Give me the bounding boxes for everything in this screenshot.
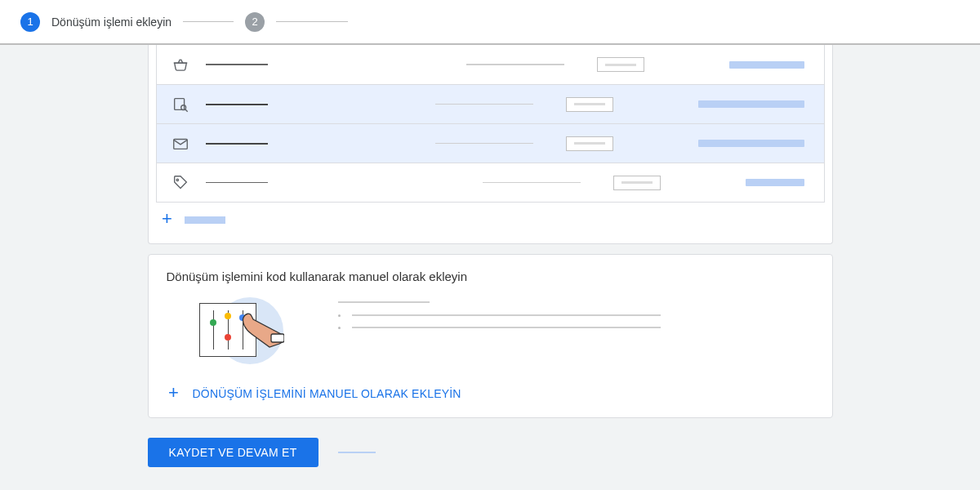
row-mid-placeholder xyxy=(483,182,581,184)
row-mid-placeholder xyxy=(466,64,564,65)
row-label-placeholder xyxy=(206,143,268,145)
manual-card-body xyxy=(167,300,814,362)
add-manual-conversion-label: DÖNÜŞÜM İŞLEMİNİ MANUEL OLARAK EKLEYİN xyxy=(193,387,461,400)
stepper: 1 Dönüşüm işlemi ekleyin 2 xyxy=(0,0,980,45)
svg-rect-4 xyxy=(271,334,284,342)
add-row-button[interactable]: + xyxy=(149,203,832,243)
row-status xyxy=(746,179,804,186)
plus-icon: + xyxy=(167,386,181,401)
svg-point-3 xyxy=(176,179,178,180)
manual-card-description xyxy=(338,300,661,339)
row-status xyxy=(698,100,804,108)
step-1-circle: 1 xyxy=(20,12,40,32)
add-row-label-placeholder xyxy=(185,216,225,224)
row-mid-placeholder xyxy=(435,143,533,145)
table-row[interactable] xyxy=(157,84,824,123)
search-page-icon xyxy=(172,96,198,114)
row-input[interactable] xyxy=(597,57,644,72)
row-status xyxy=(698,140,804,147)
manual-card-title: Dönüşüm işlemini kod kullanarak manuel o… xyxy=(167,270,814,283)
row-mid-placeholder xyxy=(435,104,533,105)
add-manual-conversion-button[interactable]: + DÖNÜŞÜM İŞLEMİNİ MANUEL OLARAK EKLEYİN xyxy=(167,386,814,417)
mail-icon xyxy=(172,135,198,153)
row-input[interactable] xyxy=(613,176,661,190)
row-label-placeholder xyxy=(206,182,268,184)
hand-icon xyxy=(242,306,284,349)
row-input[interactable] xyxy=(566,136,613,151)
footer-actions: KAYDET VE DEVAM ET xyxy=(148,438,833,467)
table-row[interactable] xyxy=(157,123,824,163)
basket-icon xyxy=(172,56,198,74)
table-row[interactable] xyxy=(157,163,824,202)
manual-add-card: Dönüşüm işlemini kod kullanarak manuel o… xyxy=(148,254,833,418)
table-row[interactable] xyxy=(157,45,824,84)
stepper-connector-1 xyxy=(183,21,234,22)
conversion-rows xyxy=(156,45,825,203)
step-1-label: Dönüşüm işlemi ekleyin xyxy=(51,16,172,29)
save-continue-button[interactable]: KAYDET VE DEVAM ET xyxy=(148,438,318,467)
stepper-connector-2 xyxy=(276,21,348,22)
row-label-placeholder xyxy=(206,104,268,105)
row-input[interactable] xyxy=(566,97,613,112)
conversion-list-card: + xyxy=(148,45,833,244)
step-2-circle: 2 xyxy=(245,12,265,32)
sliders-illustration xyxy=(199,300,281,362)
svg-point-1 xyxy=(180,105,185,109)
step-1: 1 Dönüşüm işlemi ekleyin xyxy=(20,12,172,32)
row-label-placeholder xyxy=(206,64,268,65)
row-status xyxy=(729,61,804,69)
svg-rect-0 xyxy=(174,98,184,109)
secondary-action-placeholder[interactable] xyxy=(338,452,376,453)
plus-icon: + xyxy=(160,212,175,227)
tag-icon xyxy=(172,174,198,192)
step-2: 2 xyxy=(245,12,265,32)
